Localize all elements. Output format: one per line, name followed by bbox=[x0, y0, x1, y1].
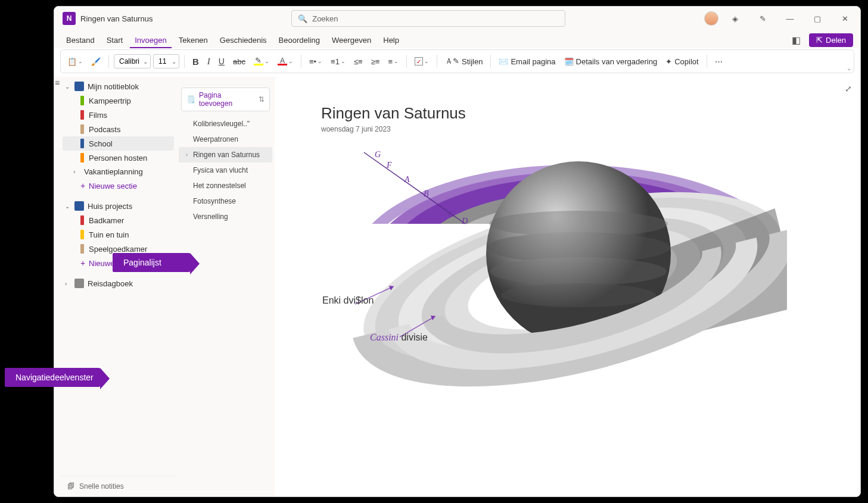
strikethrough-button[interactable]: abc bbox=[230, 55, 248, 68]
premium-icon[interactable]: ◈ bbox=[724, 9, 746, 28]
add-page-label: Pagina toevoegen bbox=[199, 91, 255, 108]
ring-label-a: A bbox=[405, 175, 410, 185]
maximize-button[interactable]: ▢ bbox=[807, 9, 828, 28]
styles-button[interactable]: Ａ✎Stijlen bbox=[442, 54, 486, 69]
align-button[interactable]: ≡⌄ bbox=[385, 55, 402, 68]
app-window: N Ringen van Saturnus 🔍 Zoeken ◈ ✎ — ▢ ✕… bbox=[54, 6, 861, 497]
section-item-podcasts[interactable]: Podcasts bbox=[63, 122, 174, 136]
page-label: Fotosynthese bbox=[193, 197, 236, 205]
svg-point-15 bbox=[490, 257, 667, 286]
page-canvas[interactable]: ⤢ Ringen van Saturnus woensdag 7 juni 20… bbox=[275, 77, 860, 496]
section-label: School bbox=[89, 139, 113, 148]
page-item-versnelling[interactable]: Versnelling bbox=[179, 209, 272, 224]
section-color-icon bbox=[80, 153, 84, 163]
highlight-button[interactable]: ✎⌄ bbox=[251, 55, 272, 68]
close-button[interactable]: ✕ bbox=[834, 9, 855, 28]
section-item-films[interactable]: Films bbox=[63, 108, 174, 122]
copilot-button[interactable]: ✦Copilot bbox=[662, 55, 701, 68]
section-label: Films bbox=[89, 111, 107, 120]
format-painter-button[interactable]: 🖌️ bbox=[88, 55, 104, 68]
section-label: Speelgoedkamer bbox=[89, 245, 147, 254]
page-title[interactable]: Ringen van Saturnus bbox=[321, 104, 836, 123]
sort-pages-icon[interactable]: ⇅ bbox=[259, 95, 265, 104]
notebook-reisdagboek[interactable]: › Reisdagboek bbox=[60, 276, 176, 290]
search-placeholder: Zoeken bbox=[312, 14, 338, 23]
section-color-icon bbox=[80, 124, 84, 134]
section-item-kampeertrip[interactable]: Kampeertrip bbox=[63, 93, 174, 108]
page-item-kolibriesvleugel-[interactable]: Kolibriesvleugel.." bbox=[179, 116, 272, 132]
bullet-list-button[interactable]: ≡•⌄ bbox=[306, 55, 325, 68]
paste-button[interactable]: 📋⌄ bbox=[64, 55, 86, 68]
section-label: Tuin en tuin bbox=[89, 230, 129, 239]
tab-help[interactable]: Help bbox=[378, 33, 404, 48]
tab-weergeven[interactable]: Weergeven bbox=[327, 33, 376, 48]
chevron-icon: › bbox=[65, 280, 71, 287]
page-item-het-zonnestelsel[interactable]: Het zonnestelsel bbox=[179, 178, 272, 193]
fullscreen-icon[interactable]: ⤢ bbox=[845, 84, 852, 93]
email-page-button[interactable]: ✉️Email pagina bbox=[496, 55, 558, 68]
user-avatar[interactable] bbox=[704, 11, 718, 26]
page-label: Kolibriesvleugel.." bbox=[193, 120, 250, 128]
email-label: Email pagina bbox=[511, 57, 555, 66]
notebook-label: Mijn notitieblok bbox=[88, 82, 139, 91]
callout-navigation-pane: Navigatiedeelvenster bbox=[5, 368, 100, 387]
chevron-icon: ⌄ bbox=[65, 83, 71, 90]
outdent-button[interactable]: ≤≡ bbox=[351, 55, 366, 68]
section-item-personen-hosten[interactable]: Personen hosten bbox=[63, 151, 174, 165]
italic-button[interactable]: I bbox=[204, 54, 213, 69]
title-bar: N Ringen van Saturnus 🔍 Zoeken ◈ ✎ — ▢ ✕ bbox=[54, 7, 860, 30]
page-item-fotosynthese[interactable]: Fotosynthese bbox=[179, 193, 272, 209]
notebook-huis-projects[interactable]: ⌄ Huis projects bbox=[60, 199, 176, 213]
add-page-button[interactable]: 🗒️ Pagina toevoegen ⇅ bbox=[181, 88, 270, 111]
home-toolbar: 📋⌄ 🖌️ Calibri 11 B I U abc ✎⌄ A⌄ ≡•⌄ ≡1⌄… bbox=[60, 49, 854, 73]
font-color-button[interactable]: A⌄ bbox=[275, 55, 296, 68]
tab-geschiedenis[interactable]: Geschiedenis bbox=[215, 33, 272, 48]
section-item-badkamer[interactable]: Badkamer bbox=[63, 213, 174, 227]
minimize-button[interactable]: — bbox=[779, 9, 801, 28]
page-item-fysica-van-vlucht[interactable]: Fysica van vlucht bbox=[179, 163, 272, 178]
toolbar-expand-icon[interactable]: ⌄ bbox=[847, 65, 851, 71]
designer-icon[interactable]: ✎ bbox=[752, 9, 773, 28]
indent-button[interactable]: ≥≡ bbox=[368, 55, 383, 68]
share-icon: ⇱ bbox=[816, 36, 823, 45]
meeting-details-button[interactable]: 🗓️Details van vergadering bbox=[561, 55, 661, 68]
main-area: ≡ ⌄ Mijn notitieblokKampeertripFilmsPodc… bbox=[54, 77, 860, 496]
dock-window-icon[interactable]: ◧ bbox=[788, 32, 804, 48]
tab-tekenen[interactable]: Tekenen bbox=[174, 33, 213, 48]
ring-label-b: B bbox=[424, 189, 429, 199]
font-size-select[interactable]: 11 bbox=[153, 54, 179, 68]
bold-button[interactable]: B bbox=[189, 54, 202, 69]
share-button[interactable]: ⇱ Delen bbox=[809, 33, 853, 47]
page-item-ringen-van-saturnus[interactable]: ›Ringen van Saturnus bbox=[179, 147, 272, 163]
section-item-tuin-en-tuin[interactable]: Tuin en tuin bbox=[63, 227, 174, 242]
nav-toggle-icon[interactable]: ≡ bbox=[55, 78, 60, 88]
tab-beoordeling[interactable]: Beoordeling bbox=[274, 33, 325, 48]
font-name-select[interactable]: Calibri bbox=[114, 54, 151, 68]
section-item-vakantieplanning[interactable]: ›Vakantieplanning bbox=[63, 165, 174, 179]
quick-notes-button[interactable]: 🗐Snelle notities bbox=[60, 476, 176, 496]
more-commands-button[interactable]: ⋯ bbox=[712, 55, 726, 68]
notebook-label: Reisdagboek bbox=[88, 279, 133, 288]
tag-button[interactable]: ✓⌄ bbox=[412, 55, 432, 68]
copilot-label: Copilot bbox=[674, 57, 698, 66]
onenote-app-icon: N bbox=[63, 12, 76, 25]
cassini-word: Cassini bbox=[370, 332, 399, 342]
underline-button[interactable]: U bbox=[216, 54, 228, 68]
tab-invoegen[interactable]: Invoegen bbox=[130, 33, 172, 48]
page-label: Versnelling bbox=[193, 213, 228, 221]
new-section-label: Nieuwe sectie bbox=[89, 182, 137, 190]
new-section-button[interactable]: +Nieuwe sectie bbox=[63, 179, 174, 193]
section-item-school[interactable]: School bbox=[63, 136, 174, 151]
page-item-weerpatronen[interactable]: Weerpatronen bbox=[179, 132, 272, 147]
tab-bestand[interactable]: Bestand bbox=[61, 33, 99, 48]
tab-start[interactable]: Start bbox=[102, 33, 127, 48]
copilot-icon: ✦ bbox=[665, 57, 672, 66]
chevron-icon: › bbox=[186, 152, 191, 158]
notebook-mijn-notitieblok[interactable]: ⌄ Mijn notitieblok bbox=[60, 79, 176, 93]
search-box[interactable]: 🔍 Zoeken bbox=[291, 10, 565, 27]
saturn-illustration: G F A B C D Enki dvi$lon Cassini divisie bbox=[322, 146, 787, 408]
number-list-button[interactable]: ≡1⌄ bbox=[328, 55, 349, 68]
add-page-icon: 🗒️ bbox=[186, 95, 195, 104]
ring-label-g: G bbox=[375, 150, 381, 160]
navigation-pane: ⌄ Mijn notitieblokKampeertripFilmsPodcas… bbox=[60, 77, 176, 496]
